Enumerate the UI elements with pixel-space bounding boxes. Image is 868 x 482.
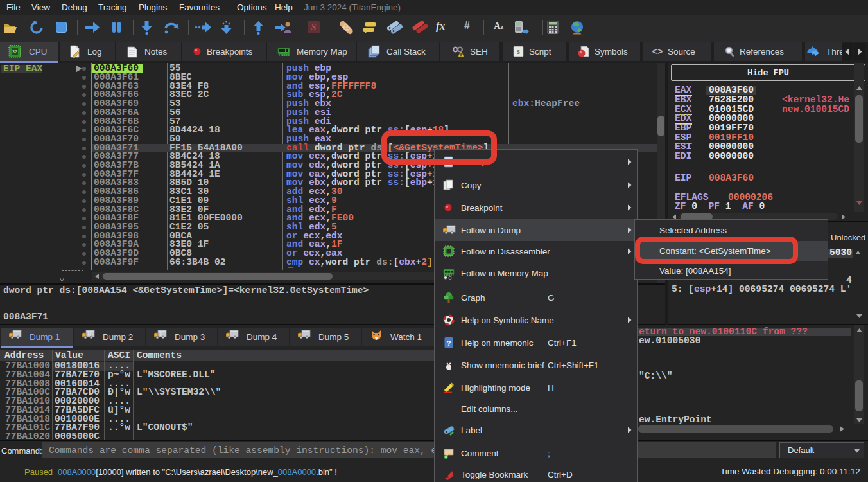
svg-text:?: ?: [447, 339, 451, 347]
svg-text:32: 32: [12, 49, 17, 54]
svg-text:s: s: [516, 49, 520, 56]
svg-text:<>: <>: [652, 47, 663, 57]
